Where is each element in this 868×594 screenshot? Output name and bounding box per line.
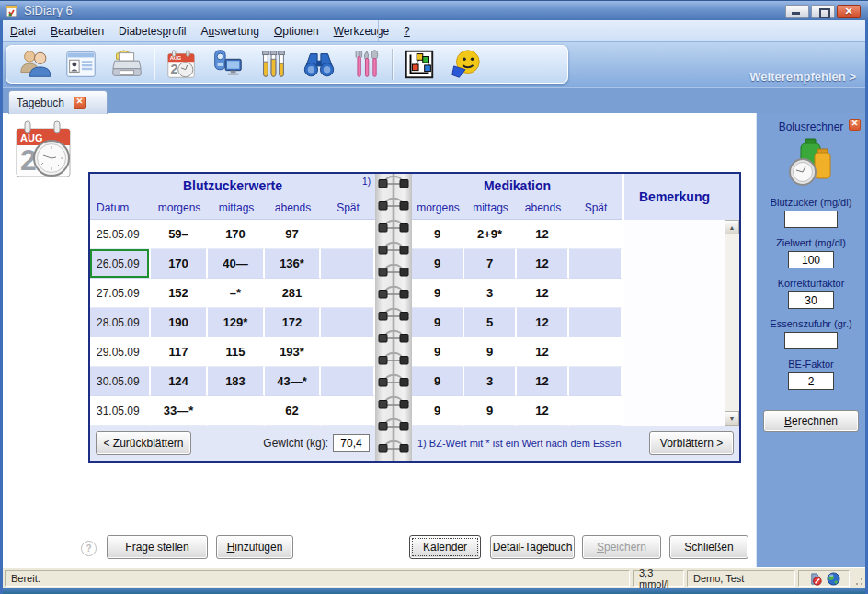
med-value-cell[interactable] xyxy=(569,367,622,396)
save-button[interactable]: Speichern xyxy=(582,535,661,559)
device-sync-icon[interactable] xyxy=(209,47,246,82)
menu-help[interactable]: ? xyxy=(396,22,417,40)
remark-column[interactable] xyxy=(622,220,725,426)
bz-value-cell[interactable]: 136* xyxy=(265,249,321,279)
med-value-cell[interactable]: 9 xyxy=(412,279,464,308)
date-cell[interactable]: 28.05.09 xyxy=(90,308,151,337)
med-value-cell[interactable]: 9 xyxy=(412,308,464,337)
minimize-button[interactable] xyxy=(785,5,809,18)
med-value-cell[interactable]: 5 xyxy=(464,308,517,337)
bz-value-cell[interactable]: 117 xyxy=(151,337,208,367)
bz-value-cell[interactable]: 43—* xyxy=(265,367,321,396)
help-icon[interactable]: ? xyxy=(81,541,97,556)
calculate-button[interactable]: Berechnen xyxy=(763,410,859,432)
bz-value-cell[interactable] xyxy=(321,220,375,249)
date-cell[interactable]: 29.05.09 xyxy=(90,337,151,367)
menu-optionen[interactable]: Optionen xyxy=(267,22,326,40)
calendar-button[interactable]: Kalender xyxy=(409,535,481,559)
resize-grip[interactable] xyxy=(852,570,863,587)
bz-value-cell[interactable]: 152 xyxy=(151,279,208,308)
med-value-cell[interactable]: 9 xyxy=(464,396,517,426)
med-value-cell[interactable]: 3 xyxy=(464,279,517,308)
korrekturfaktor-input[interactable] xyxy=(788,291,834,309)
med-value-cell[interactable]: 12 xyxy=(517,396,569,426)
add-button[interactable]: Hinzufügen xyxy=(216,535,293,559)
menu-werkzeuge[interactable]: Werkzeuge xyxy=(326,22,396,40)
bz-value-cell[interactable]: 281 xyxy=(265,279,321,308)
bz-value-cell[interactable]: 129* xyxy=(208,308,265,337)
bz-value-cell[interactable] xyxy=(208,396,265,426)
page-forward-button[interactable]: Vorblättern > xyxy=(649,431,734,455)
patient-profile-icon[interactable] xyxy=(63,47,99,82)
date-cell[interactable]: 25.05.09 xyxy=(90,220,151,249)
detail-diary-button[interactable]: Detail-Tagebuch xyxy=(490,535,575,559)
sync-off-icon[interactable] xyxy=(808,572,822,586)
bz-value-cell[interactable]: 40— xyxy=(208,249,265,279)
essenszufuhr-input[interactable] xyxy=(784,332,838,349)
med-value-cell[interactable] xyxy=(569,308,622,337)
online-globe-icon[interactable] xyxy=(827,572,840,586)
med-value-cell[interactable] xyxy=(569,220,622,249)
bz-value-cell[interactable] xyxy=(321,279,375,308)
tab-close-icon[interactable] xyxy=(74,97,86,109)
bolus-close-icon[interactable] xyxy=(849,119,861,131)
calendar-icon[interactable]: AUG 2 xyxy=(163,47,200,82)
scroll-up-icon[interactable] xyxy=(725,220,739,234)
weight-input[interactable] xyxy=(333,434,370,452)
med-value-cell[interactable]: 12 xyxy=(517,279,569,308)
bz-value-cell[interactable]: 172 xyxy=(265,308,321,337)
lab-values-icon[interactable] xyxy=(255,47,291,82)
menu-diabetesprofil[interactable]: Diabetesprofil xyxy=(111,22,193,40)
bz-value-cell[interactable] xyxy=(321,337,375,367)
bz-value-cell[interactable] xyxy=(321,367,375,396)
bz-value-cell[interactable] xyxy=(321,308,375,337)
med-value-cell[interactable]: 9 xyxy=(412,337,464,367)
bz-value-cell[interactable] xyxy=(321,249,375,279)
bz-value-cell[interactable]: 193* xyxy=(265,337,321,367)
date-cell[interactable]: 27.05.09 xyxy=(90,279,151,308)
bz-value-cell[interactable] xyxy=(321,396,375,426)
bz-value-cell[interactable]: 33—* xyxy=(151,396,208,426)
med-value-cell[interactable]: 9 xyxy=(412,367,464,396)
recommend-link[interactable]: Weiterempfehlen > xyxy=(749,70,856,84)
bz-value-cell[interactable]: 190 xyxy=(151,308,208,337)
med-value-cell[interactable] xyxy=(569,337,622,367)
bz-value-cell[interactable]: 59– xyxy=(151,220,208,249)
search-binoculars-icon[interactable] xyxy=(301,47,337,82)
ask-question-button[interactable]: Frage stellen xyxy=(107,535,208,559)
bz-value-cell[interactable]: 170 xyxy=(151,249,208,279)
statistics-icon[interactable] xyxy=(401,47,438,82)
be-faktor-input[interactable] xyxy=(788,372,834,390)
bz-value-cell[interactable]: 62 xyxy=(265,396,321,426)
title-bar[interactable]: SiDiary 6 xyxy=(0,0,868,20)
med-value-cell[interactable]: 9 xyxy=(412,249,464,279)
bz-value-cell[interactable]: 170 xyxy=(208,220,265,249)
table-scrollbar[interactable] xyxy=(725,220,739,426)
bz-value-cell[interactable]: –* xyxy=(208,279,265,308)
page-back-button[interactable]: < Zurückblättern xyxy=(96,431,191,455)
med-value-cell[interactable]: 12 xyxy=(517,249,569,279)
print-icon[interactable] xyxy=(108,47,145,82)
med-value-cell[interactable]: 12 xyxy=(517,220,569,249)
med-value-cell[interactable]: 12 xyxy=(517,308,569,337)
med-value-cell[interactable]: 2+9* xyxy=(464,220,517,249)
med-value-cell[interactable] xyxy=(569,279,622,308)
med-value-cell[interactable]: 9 xyxy=(412,396,464,426)
users-icon[interactable] xyxy=(17,47,53,82)
med-value-cell[interactable]: 12 xyxy=(517,337,569,367)
close-window-button[interactable] xyxy=(837,5,861,18)
date-cell[interactable]: 31.05.09 xyxy=(90,396,151,426)
med-value-cell[interactable]: 12 xyxy=(517,367,569,396)
tab-tagebuch[interactable]: Tagebuch xyxy=(8,90,108,114)
menu-datei[interactable]: Datei xyxy=(3,22,43,40)
close-button[interactable]: Schließen xyxy=(669,535,748,559)
blutzucker-input[interactable] xyxy=(784,211,838,228)
menu-auswertung[interactable]: Auswertung xyxy=(194,22,267,40)
bz-value-cell[interactable]: 97 xyxy=(265,220,321,249)
date-cell-selected[interactable]: 26.05.09 xyxy=(90,249,151,279)
date-cell[interactable]: 30.05.09 xyxy=(90,367,151,396)
bz-value-cell[interactable]: 115 xyxy=(208,337,265,367)
med-value-cell[interactable] xyxy=(569,396,622,426)
assistant-smiley-icon[interactable] xyxy=(447,47,484,82)
bz-value-cell[interactable]: 124 xyxy=(151,367,208,396)
